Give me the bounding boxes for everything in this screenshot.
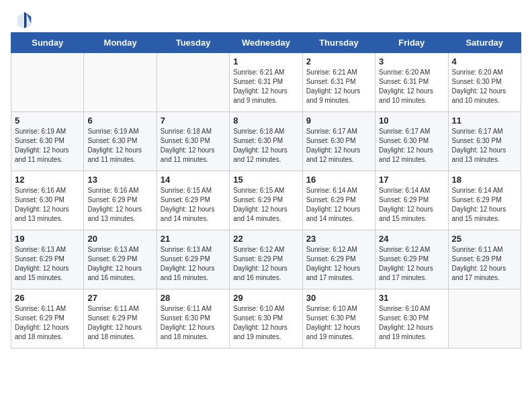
- page-header: [0, 0, 532, 32]
- calendar-cell: 21Sunrise: 6:13 AM Sunset: 6:29 PM Dayli…: [157, 230, 229, 289]
- calendar-cell: 6Sunrise: 6:19 AM Sunset: 6:30 PM Daylig…: [84, 112, 157, 171]
- calendar-cell: 2Sunrise: 6:21 AM Sunset: 6:31 PM Daylig…: [302, 53, 375, 112]
- calendar-cell: 5Sunrise: 6:19 AM Sunset: 6:30 PM Daylig…: [11, 112, 84, 171]
- calendar-cell: 11Sunrise: 6:17 AM Sunset: 6:30 PM Dayli…: [448, 112, 521, 171]
- day-info: Sunrise: 6:12 AM Sunset: 6:29 PM Dayligh…: [379, 245, 444, 283]
- days-header-row: SundayMondayTuesdayWednesdayThursdayFrid…: [11, 33, 521, 53]
- day-number: 10: [379, 116, 444, 126]
- calendar-cell: 3Sunrise: 6:20 AM Sunset: 6:31 PM Daylig…: [375, 53, 448, 112]
- day-info: Sunrise: 6:18 AM Sunset: 6:30 PM Dayligh…: [233, 127, 298, 165]
- day-info: Sunrise: 6:14 AM Sunset: 6:29 PM Dayligh…: [306, 186, 371, 224]
- day-number: 6: [87, 116, 152, 126]
- day-info: Sunrise: 6:21 AM Sunset: 6:31 PM Dayligh…: [233, 68, 298, 105]
- day-info: Sunrise: 6:13 AM Sunset: 6:29 PM Dayligh…: [15, 245, 80, 283]
- day-number: 8: [233, 116, 298, 126]
- day-info: Sunrise: 6:11 AM Sunset: 6:30 PM Dayligh…: [161, 304, 226, 342]
- day-number: 9: [306, 116, 371, 126]
- day-info: Sunrise: 6:14 AM Sunset: 6:29 PM Dayligh…: [379, 186, 444, 224]
- logo-icon: [16, 11, 32, 30]
- day-number: 25: [452, 234, 517, 244]
- day-info: Sunrise: 6:16 AM Sunset: 6:29 PM Dayligh…: [87, 186, 152, 224]
- day-header-thursday: Thursday: [302, 33, 375, 53]
- day-info: Sunrise: 6:10 AM Sunset: 6:30 PM Dayligh…: [306, 304, 371, 342]
- day-header-tuesday: Tuesday: [157, 33, 229, 53]
- calendar-wrapper: SundayMondayTuesdayWednesdayThursdayFrid…: [0, 32, 532, 357]
- day-info: Sunrise: 6:17 AM Sunset: 6:30 PM Dayligh…: [306, 127, 371, 165]
- day-number: 16: [306, 175, 371, 185]
- calendar-cell: 26Sunrise: 6:11 AM Sunset: 6:29 PM Dayli…: [11, 289, 84, 349]
- calendar-cell: 4Sunrise: 6:20 AM Sunset: 6:30 PM Daylig…: [448, 53, 521, 112]
- calendar-header: SundayMondayTuesdayWednesdayThursdayFrid…: [11, 33, 521, 53]
- calendar-cell: 7Sunrise: 6:18 AM Sunset: 6:30 PM Daylig…: [157, 112, 229, 171]
- calendar-week-1: 5Sunrise: 6:19 AM Sunset: 6:30 PM Daylig…: [11, 112, 521, 171]
- day-info: Sunrise: 6:10 AM Sunset: 6:30 PM Dayligh…: [379, 304, 444, 342]
- day-number: 11: [452, 116, 517, 126]
- day-number: 29: [233, 293, 298, 303]
- day-number: 19: [15, 234, 80, 244]
- day-info: Sunrise: 6:17 AM Sunset: 6:30 PM Dayligh…: [452, 127, 517, 165]
- calendar-cell: 17Sunrise: 6:14 AM Sunset: 6:29 PM Dayli…: [375, 171, 448, 230]
- day-info: Sunrise: 6:13 AM Sunset: 6:29 PM Dayligh…: [87, 245, 152, 283]
- day-info: Sunrise: 6:11 AM Sunset: 6:29 PM Dayligh…: [452, 245, 517, 283]
- day-info: Sunrise: 6:15 AM Sunset: 6:29 PM Dayligh…: [161, 186, 226, 224]
- calendar-cell: [84, 53, 157, 112]
- day-info: Sunrise: 6:17 AM Sunset: 6:30 PM Dayligh…: [379, 127, 444, 165]
- calendar-week-0: 1Sunrise: 6:21 AM Sunset: 6:31 PM Daylig…: [11, 53, 521, 112]
- calendar-cell: 14Sunrise: 6:15 AM Sunset: 6:29 PM Dayli…: [157, 171, 229, 230]
- calendar-cell: 1Sunrise: 6:21 AM Sunset: 6:31 PM Daylig…: [230, 53, 302, 112]
- calendar-week-2: 12Sunrise: 6:16 AM Sunset: 6:30 PM Dayli…: [11, 171, 521, 230]
- day-number: 1: [233, 56, 298, 66]
- calendar-cell: 19Sunrise: 6:13 AM Sunset: 6:29 PM Dayli…: [11, 230, 84, 289]
- day-number: 3: [379, 56, 444, 66]
- day-info: Sunrise: 6:15 AM Sunset: 6:29 PM Dayligh…: [233, 186, 298, 224]
- calendar-week-3: 19Sunrise: 6:13 AM Sunset: 6:29 PM Dayli…: [11, 230, 521, 289]
- day-info: Sunrise: 6:11 AM Sunset: 6:29 PM Dayligh…: [87, 304, 152, 342]
- calendar-cell: 10Sunrise: 6:17 AM Sunset: 6:30 PM Dayli…: [375, 112, 448, 171]
- calendar-cell: 8Sunrise: 6:18 AM Sunset: 6:30 PM Daylig…: [230, 112, 302, 171]
- calendar-table: SundayMondayTuesdayWednesdayThursdayFrid…: [11, 32, 521, 349]
- day-number: 15: [233, 175, 298, 185]
- day-number: 13: [87, 175, 152, 185]
- day-info: Sunrise: 6:19 AM Sunset: 6:30 PM Dayligh…: [87, 127, 152, 165]
- calendar-cell: 28Sunrise: 6:11 AM Sunset: 6:30 PM Dayli…: [157, 289, 229, 349]
- day-number: 20: [87, 234, 152, 244]
- day-info: Sunrise: 6:18 AM Sunset: 6:30 PM Dayligh…: [161, 127, 226, 165]
- day-info: Sunrise: 6:16 AM Sunset: 6:30 PM Dayligh…: [15, 186, 80, 224]
- day-info: Sunrise: 6:10 AM Sunset: 6:30 PM Dayligh…: [233, 304, 298, 342]
- calendar-cell: 31Sunrise: 6:10 AM Sunset: 6:30 PM Dayli…: [375, 289, 448, 349]
- day-number: 2: [306, 56, 371, 66]
- calendar-cell: 13Sunrise: 6:16 AM Sunset: 6:29 PM Dayli…: [84, 171, 157, 230]
- day-header-monday: Monday: [84, 33, 157, 53]
- calendar-cell: 22Sunrise: 6:12 AM Sunset: 6:29 PM Dayli…: [230, 230, 302, 289]
- day-number: 4: [452, 56, 517, 66]
- calendar-cell: 29Sunrise: 6:10 AM Sunset: 6:30 PM Dayli…: [230, 289, 302, 349]
- day-number: 28: [161, 293, 226, 303]
- day-number: 21: [161, 234, 226, 244]
- day-number: 12: [15, 175, 80, 185]
- calendar-cell: 27Sunrise: 6:11 AM Sunset: 6:29 PM Dayli…: [84, 289, 157, 349]
- calendar-cell: [11, 53, 84, 112]
- day-header-wednesday: Wednesday: [230, 33, 302, 53]
- calendar-cell: 30Sunrise: 6:10 AM Sunset: 6:30 PM Dayli…: [302, 289, 375, 349]
- day-info: Sunrise: 6:21 AM Sunset: 6:31 PM Dayligh…: [306, 68, 371, 105]
- day-number: 27: [87, 293, 152, 303]
- calendar-cell: 20Sunrise: 6:13 AM Sunset: 6:29 PM Dayli…: [84, 230, 157, 289]
- day-number: 22: [233, 234, 298, 244]
- day-number: 14: [161, 175, 226, 185]
- calendar-cell: 9Sunrise: 6:17 AM Sunset: 6:30 PM Daylig…: [302, 112, 375, 171]
- calendar-cell: 24Sunrise: 6:12 AM Sunset: 6:29 PM Dayli…: [375, 230, 448, 289]
- calendar-cell: 18Sunrise: 6:14 AM Sunset: 6:29 PM Dayli…: [448, 171, 521, 230]
- calendar-cell: [157, 53, 229, 112]
- calendar-cell: [448, 289, 521, 349]
- day-number: 24: [379, 234, 444, 244]
- day-info: Sunrise: 6:19 AM Sunset: 6:30 PM Dayligh…: [15, 127, 80, 165]
- day-header-saturday: Saturday: [448, 33, 521, 53]
- calendar-cell: 16Sunrise: 6:14 AM Sunset: 6:29 PM Dayli…: [302, 171, 375, 230]
- day-number: 26: [15, 293, 80, 303]
- day-info: Sunrise: 6:11 AM Sunset: 6:29 PM Dayligh…: [15, 304, 80, 342]
- day-header-sunday: Sunday: [11, 33, 84, 53]
- day-info: Sunrise: 6:13 AM Sunset: 6:29 PM Dayligh…: [161, 245, 226, 283]
- day-number: 17: [379, 175, 444, 185]
- day-header-friday: Friday: [375, 33, 448, 53]
- day-number: 31: [379, 293, 444, 303]
